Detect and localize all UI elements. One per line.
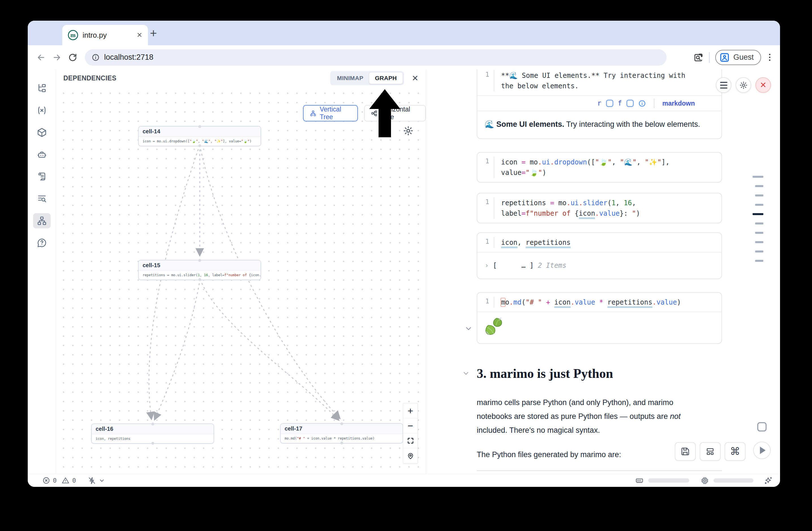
graph-node-cell-17[interactable]: cell-17 mo.md("# " + icon.value * repeti… — [280, 423, 403, 444]
minimap-cell-line[interactable] — [755, 232, 763, 234]
cell-editor[interactable]: 1 icon, repetitions — [477, 233, 722, 252]
variables-icon — [37, 105, 47, 115]
format-checkbox[interactable] — [626, 100, 634, 107]
code-cell-mo-md[interactable]: 1 mo.md("# " + icon.value * repetitions.… — [477, 292, 722, 344]
address-bar[interactable]: localhost:2718 — [85, 49, 667, 66]
cell-source[interactable]: mo.md("# " + icon.value * repetitions.va… — [494, 297, 687, 308]
zoom-in-button[interactable]: + — [403, 403, 418, 418]
sidebar-item-variables[interactable] — [33, 103, 50, 118]
sidebar-item-packages[interactable] — [33, 125, 50, 140]
browser-tab[interactable]: m intro.py ✕ — [62, 25, 148, 45]
graph-node-cell-14[interactable]: cell-14 icon = mo.ui.dropdown(["🍃", "🌊",… — [138, 126, 261, 146]
site-info-icon[interactable] — [92, 54, 100, 61]
cell-editor[interactable]: 1 repetitions = mo.ui.slider(1, 16,label… — [477, 193, 722, 223]
graph-node-cell-15[interactable]: cell-15 repetitions = mo.ui.slider(1, 16… — [138, 260, 261, 280]
zoom-out-button[interactable]: − — [403, 418, 418, 433]
code-cell-slider[interactable]: 1 repetitions = mo.ui.slider(1, 16,label… — [477, 193, 722, 223]
info-icon[interactable] — [638, 100, 646, 107]
notebook-floating-controls: ✕ — [716, 77, 771, 93]
error-counter[interactable]: 0 — [42, 477, 57, 484]
node-code: repetitions = mo.ui.slider(1, 16, label=… — [139, 271, 261, 279]
line-number: 1 — [477, 297, 494, 308]
cell-editor[interactable]: 1 icon = mo.ui.dropdown(["🍃", "🌊", "✨"],… — [477, 153, 722, 182]
reactive-checkbox[interactable] — [606, 100, 613, 107]
profile-button[interactable]: Guest — [715, 50, 761, 65]
close-panel-icon[interactable]: ✕ — [412, 74, 418, 83]
browser-tabstrip: m intro.py ✕ + — [28, 21, 780, 45]
minimap-cell-line[interactable] — [755, 185, 763, 187]
section-paragraph: marimo cells parse Python (and only Pyth… — [477, 396, 722, 437]
graph-settings-button[interactable] — [403, 125, 414, 136]
back-button[interactable] — [35, 52, 47, 63]
cell-source[interactable]: icon, repetitions — [494, 237, 576, 248]
notebook-settings-button[interactable] — [736, 77, 751, 93]
cell-language-label[interactable]: markdown — [662, 100, 695, 107]
minimap-cell-line[interactable] — [755, 204, 763, 206]
layout-icon — [706, 447, 715, 456]
command-icon: ⌘ — [730, 446, 740, 457]
dependencies-panel: DEPENDENCIES MINIMAP GRAPH ✕ — [56, 69, 426, 474]
markdown-cell[interactable]: 1 **🌊 Some UI elements.** Try interactin… — [477, 69, 722, 139]
view-mode-toggle: MINIMAP GRAPH — [330, 71, 404, 85]
node-title: cell-17 — [281, 424, 403, 434]
minimap-cell-line[interactable] — [755, 223, 763, 225]
save-button[interactable] — [675, 442, 696, 461]
shutdown-button[interactable]: ✕ — [755, 77, 771, 93]
warning-counter[interactable]: 0 — [62, 477, 76, 484]
cell-source[interactable]: repetitions = mo.ui.slider(1, 16,label=f… — [494, 197, 646, 219]
tab-minimap[interactable]: MINIMAP — [331, 72, 369, 84]
sidebar-item-file-explorer[interactable] — [33, 81, 50, 96]
minimap-cell-line[interactable] — [755, 241, 763, 243]
sidebar-item-search-logs[interactable] — [33, 191, 50, 206]
code-cell-tuple[interactable]: 1 icon, repetitions › [ … ] 2 Items — [477, 232, 722, 279]
notebook-menu-button[interactable] — [716, 77, 731, 93]
layout-button[interactable] — [700, 442, 721, 461]
sidebar-item-snippets[interactable] — [33, 169, 50, 184]
keyboard-shortcuts-button[interactable]: ⌘ — [725, 442, 745, 461]
sidebar-item-ai-assistant[interactable] — [33, 147, 50, 162]
section-chevron-icon[interactable] — [462, 369, 470, 377]
vertical-tree-button[interactable]: Vertical Tree — [303, 105, 358, 121]
browser-menu-button[interactable] — [767, 54, 773, 61]
notebook-column: 1 **🌊 Some UI elements.** Try interactin… — [477, 69, 722, 474]
app-content: DEPENDENCIES MINIMAP GRAPH ✕ — [28, 69, 780, 474]
minimap-cell-line[interactable] — [753, 176, 763, 178]
code-cell-dropdown[interactable]: 1 icon = mo.ui.dropdown(["🍃", "🌊", "✨"],… — [477, 152, 722, 183]
tab-close-icon[interactable]: ✕ — [137, 31, 142, 39]
sidebar-item-help[interactable] — [33, 235, 50, 250]
forward-button[interactable] — [51, 52, 63, 63]
vertical-tree-icon — [310, 110, 316, 117]
tab-title: intro.py — [83, 31, 132, 40]
node-title: cell-15 — [139, 260, 261, 271]
fit-view-button[interactable] — [403, 433, 418, 448]
ai-sparkle-icon[interactable] — [764, 476, 773, 485]
dependency-graph-canvas[interactable]: Vertical Tree Horizontal Tree cell-14 ic… — [56, 87, 426, 474]
url-text: localhost:2718 — [104, 53, 153, 62]
collapse-chevron-icon[interactable] — [464, 325, 473, 333]
browser-window: m intro.py ✕ + localhost:2718 Guest — [28, 21, 780, 487]
run-button[interactable] — [753, 442, 771, 459]
autorun-toggle[interactable] — [88, 477, 105, 485]
cell-source[interactable]: **🌊 Some UI elements.** Try interacting … — [494, 70, 691, 91]
chrome-controls: Guest — [693, 50, 773, 65]
reload-button[interactable] — [67, 52, 79, 63]
minimap-cell-line[interactable] — [755, 195, 763, 197]
center-view-button[interactable] — [403, 448, 418, 463]
app-view-toggle-button[interactable] — [754, 419, 770, 435]
minimap-cell-line[interactable] — [755, 260, 763, 262]
tab-graph[interactable]: GRAPH — [369, 72, 403, 84]
play-icon — [760, 447, 766, 454]
cell-editor[interactable]: 1 **🌊 Some UI elements.** Try interactin… — [477, 69, 722, 96]
sidebar-item-dependency-graph[interactable] — [33, 213, 50, 228]
annotation-arrow — [368, 89, 402, 137]
minimap-cell-line[interactable] — [753, 213, 763, 215]
new-tab-button[interactable]: + — [150, 27, 157, 39]
tab-search-button[interactable] — [693, 52, 704, 62]
cell-editor[interactable]: 1 mo.md("# " + icon.value * repetitions.… — [477, 293, 722, 312]
minimap-cell-line[interactable] — [755, 250, 763, 253]
fullscreen-icon — [407, 437, 414, 444]
graph-node-cell-16[interactable]: cell-16 icon, repetitions — [91, 424, 214, 444]
cell-source[interactable]: icon = mo.ui.dropdown(["🍃", "🌊", "✨"],va… — [494, 157, 675, 178]
tuple-output[interactable]: › [ … ] 2 Items — [477, 252, 722, 278]
node-title: cell-14 — [139, 127, 261, 137]
